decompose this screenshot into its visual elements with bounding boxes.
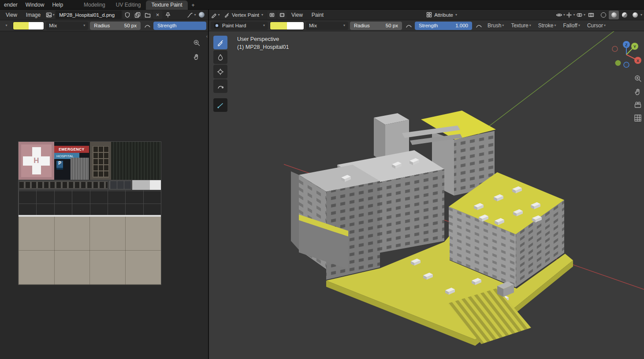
tab-uv-editing[interactable]: UV Editing <box>111 0 146 10</box>
menu-view-image-editor[interactable]: View <box>2 10 21 20</box>
view-name-text: User Perspective <box>237 35 289 43</box>
menu-window[interactable]: Window <box>22 0 48 10</box>
pin-icon <box>165 12 171 18</box>
camera-view-button[interactable] <box>633 100 643 110</box>
tab-modeling[interactable]: Modeling <box>78 0 111 10</box>
region-resize-arrow[interactable]: ‹ <box>206 34 208 39</box>
striped-block-tile <box>71 158 89 180</box>
radius-slider-3d[interactable]: Radius 50 px <box>350 22 402 30</box>
primary-color-swatch[interactable] <box>270 22 287 30</box>
chevron-down-icon: ▾ <box>218 13 220 17</box>
image-canvas[interactable]: H EMERGENCY HOSPITAL P <box>0 31 208 359</box>
shading-solid-button[interactable] <box>609 11 619 19</box>
vertex-paint-mode-icon <box>224 12 230 18</box>
radius-pressure-toggle[interactable] <box>142 22 152 30</box>
tool-settings-chevron[interactable]: ▾ <box>2 22 11 30</box>
add-workspace-button[interactable]: + <box>188 1 199 10</box>
viewport-side-controls <box>633 74 643 123</box>
pan-hand-button[interactable] <box>633 87 643 96</box>
popover-texture[interactable]: Texture▾ <box>508 22 533 30</box>
pin-button[interactable] <box>163 11 172 19</box>
nav-gizmo[interactable]: Z Y X <box>610 39 642 70</box>
brush-thumbnail-icon <box>214 22 220 29</box>
open-image-button[interactable] <box>143 11 152 19</box>
tool-gradient-line[interactable] <box>213 98 227 112</box>
gizmo-x-neg-axis[interactable] <box>612 46 618 52</box>
ortho-grid-toggle[interactable] <box>633 113 643 123</box>
brush-dropdown[interactable]: Paint Hard ▾ <box>211 22 268 30</box>
chevron-down-icon[interactable]: ▾ <box>640 13 642 17</box>
strength-pressure-toggle-3d[interactable] <box>474 22 483 30</box>
emergency-sign-tile: EMERGENCY HOSPITAL P <box>54 142 89 180</box>
mode-dropdown[interactable]: Vertex Paint ▾ <box>221 11 266 19</box>
stylus-pressure-icon <box>476 22 482 29</box>
falloff-curve-dropdown[interactable]: ▾ <box>187 11 196 19</box>
menu-help[interactable]: Help <box>48 0 67 10</box>
radius-value: 50 px <box>386 23 398 28</box>
strength-slider[interactable]: Strength <box>153 22 206 30</box>
gizmo-y-label: Y <box>633 44 636 49</box>
tool-blur[interactable] <box>213 50 227 64</box>
shading-rendered-button[interactable] <box>630 11 640 19</box>
close-icon: × <box>156 12 160 18</box>
gizmo-z-neg-axis[interactable] <box>624 62 629 67</box>
popover-cursor[interactable]: Cursor▾ <box>584 22 608 30</box>
visibility-dropdown[interactable]: ▾ <box>556 11 565 19</box>
paint-mask-toggle[interactable] <box>267 11 276 19</box>
panel-grid-tile <box>19 190 161 217</box>
secondary-color-swatch[interactable] <box>287 22 304 30</box>
unlink-image-button[interactable]: × <box>153 11 162 19</box>
blend-mode-dropdown-3d[interactable]: Mix▾ <box>306 22 348 30</box>
emergency-sign-text: EMERGENCY <box>54 146 89 153</box>
blend-mode-value: Mix <box>309 23 317 28</box>
overlays-dropdown[interactable]: ▾ <box>576 11 585 19</box>
display-channels-button[interactable] <box>197 11 206 19</box>
vertex-paint-tool-settings: Paint Hard ▾ Mix▾ Radius 50 px Strength … <box>209 20 644 31</box>
zoom-button[interactable] <box>633 74 643 83</box>
attribute-dropdown[interactable]: Attribute ▾ <box>423 11 460 19</box>
image-name-field[interactable]: MP28_Hospital01_d.png <box>56 11 122 19</box>
image-editor-panel: View Image ▾ MP28_Hospital01_d.png × <box>0 10 209 359</box>
pan-hand-icon[interactable] <box>192 52 201 61</box>
popover-brush[interactable]: Brush▾ <box>485 22 506 30</box>
fake-user-button[interactable] <box>123 11 132 19</box>
topbar: ender Window Help Modeling UV Editing Te… <box>0 0 644 10</box>
strength-slider-3d[interactable]: Strength 1.000 <box>415 22 472 30</box>
xray-toggle[interactable] <box>586 11 596 19</box>
strength-label: Strength <box>419 23 438 28</box>
vertex-mask-toggle[interactable] <box>277 11 287 19</box>
falloff-curve-icon <box>187 12 193 18</box>
concrete-tile <box>19 217 161 285</box>
zoom-icon[interactable] <box>192 38 201 47</box>
color-swatches[interactable] <box>13 22 44 30</box>
secondary-color-swatch[interactable] <box>29 22 44 30</box>
popover-stroke[interactable]: Stroke▾ <box>536 22 559 30</box>
tab-texture-paint[interactable]: Texture Paint <box>146 0 187 10</box>
popover-stroke-label: Stroke <box>538 22 554 29</box>
image-browse-dropdown[interactable]: ▾ <box>45 11 55 19</box>
popover-falloff[interactable]: Falloff▾ <box>560 22 582 30</box>
primary-color-swatch[interactable] <box>13 22 29 30</box>
attribute-value: Attribute <box>434 12 453 18</box>
menu-paint[interactable]: Paint <box>308 10 328 20</box>
blend-mode-dropdown[interactable]: Mix▾ <box>46 22 88 30</box>
wireframe-sphere-icon <box>601 12 606 18</box>
menu-render[interactable]: ender <box>0 0 22 10</box>
gizmo-y-neg-axis[interactable] <box>615 60 621 66</box>
hospital-logo-letter: H <box>19 142 54 180</box>
main-menubar: ender Window Help <box>0 0 67 10</box>
shading-wireframe-button[interactable] <box>598 11 608 19</box>
tool-draw-brush[interactable] <box>213 36 227 49</box>
radius-pressure-toggle-3d[interactable] <box>404 22 413 30</box>
radius-slider[interactable]: Radius 50 px <box>90 22 141 30</box>
menu-image[interactable]: Image <box>22 10 45 20</box>
shading-material-button[interactable] <box>619 11 629 19</box>
gizmo-dropdown[interactable]: ▾ <box>566 11 575 19</box>
tool-average[interactable] <box>213 65 227 78</box>
new-image-button[interactable] <box>133 11 142 19</box>
color-swatches-3d[interactable] <box>270 22 304 30</box>
tool-smear[interactable] <box>213 79 227 93</box>
menu-view-3d[interactable]: View <box>287 10 307 20</box>
viewport-3d[interactable]: User Perspective (1) MP28_Hospital01 Z Y… <box>209 31 644 359</box>
editor-type-dropdown[interactable]: ▾ <box>211 11 220 19</box>
